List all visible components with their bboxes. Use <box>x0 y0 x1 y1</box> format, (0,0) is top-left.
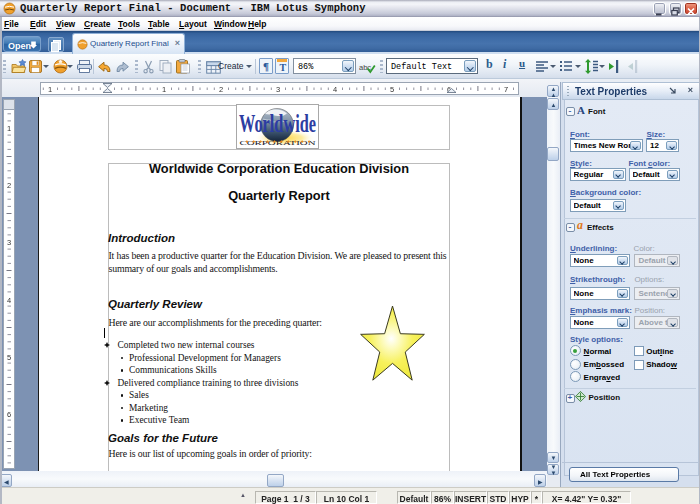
svg-text:CORPORATION: CORPORATION <box>240 139 316 147</box>
svg-text:Worldwide: Worldwide <box>239 110 316 137</box>
